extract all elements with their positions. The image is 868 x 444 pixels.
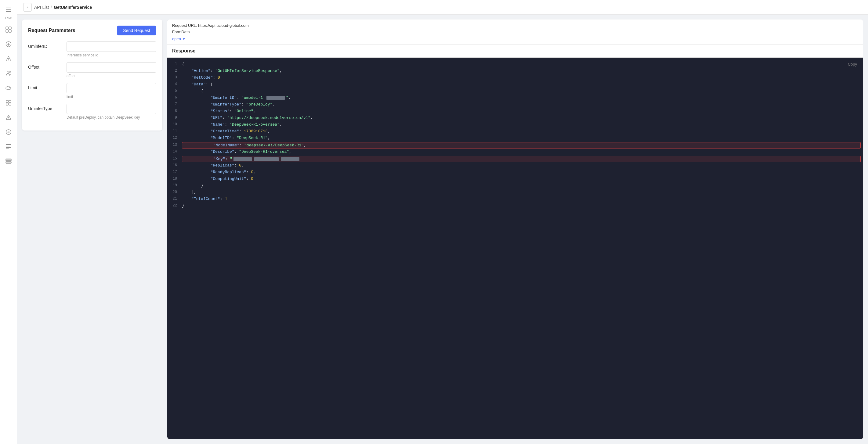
field-hint-uminfertype: Default preDeploy, can obtain DeepSeek K… <box>66 115 156 119</box>
response-title: Response <box>172 48 195 54</box>
sidebar-fave: Fave <box>2 4 14 20</box>
svg-point-13 <box>9 72 11 73</box>
code-line-10: 10 "Name": "DeepSeek-R1-oversea", <box>167 122 863 128</box>
open-section: open ▼ <box>172 37 858 44</box>
code-line-8: 8 "Status": "Online", <box>167 108 863 115</box>
blurred-key <box>234 157 252 161</box>
sidebar-item-table[interactable] <box>2 155 14 167</box>
svg-rect-26 <box>6 159 11 160</box>
svg-rect-15 <box>9 100 11 102</box>
field-label-uminferid: UminferID <box>28 41 62 49</box>
breadcrumb-link[interactable]: API List <box>34 5 49 10</box>
copy-button[interactable]: Copy <box>845 61 860 68</box>
request-card: Request Parameters Send Request UminferI… <box>22 20 162 131</box>
svg-rect-6 <box>9 30 11 32</box>
sidebar-item-alert[interactable] <box>2 53 14 65</box>
field-hint-limit: limit <box>66 95 156 99</box>
sidebar-item-number[interactable]: ① <box>2 126 14 138</box>
field-uminferid: UminferID Inference service id <box>28 41 156 57</box>
field-offset: Offset offset <box>28 62 156 78</box>
open-link[interactable]: open <box>172 37 181 41</box>
sidebar: Fave <box>0 0 17 444</box>
field-label-uminfertype: UminferType <box>28 104 62 111</box>
svg-text:①: ① <box>7 131 10 134</box>
svg-rect-3 <box>6 27 8 29</box>
request-url-section: Request URL: https://api.ucloud-global.c… <box>167 20 863 44</box>
svg-rect-22 <box>6 144 11 145</box>
svg-rect-4 <box>9 27 11 29</box>
blurred-uminferid <box>267 96 285 100</box>
code-line-2: 2 "Action": "GetUMInferServiceResponse", <box>167 68 863 75</box>
svg-point-11 <box>8 60 9 61</box>
back-icon: ‹ <box>27 5 28 9</box>
request-url-text: Request URL: https://api.ucloud-global.c… <box>172 23 858 28</box>
sidebar-item-warning[interactable] <box>2 111 14 124</box>
field-limit: Limit limit <box>28 83 156 99</box>
code-block: 1 { 2 "Action": "GetUMInferServiceRespon… <box>167 58 863 213</box>
svg-rect-14 <box>6 100 8 102</box>
input-limit[interactable] <box>66 83 156 93</box>
breadcrumb-separator: / <box>51 5 52 10</box>
code-line-11: 11 "CreateTime": 1738918713, <box>167 128 863 135</box>
svg-rect-16 <box>6 103 8 105</box>
svg-point-12 <box>7 72 9 73</box>
code-line-1: 1 { <box>167 61 863 68</box>
breadcrumb-current: GetUMInferService <box>54 5 92 10</box>
field-label-limit: Limit <box>28 83 62 90</box>
code-line-6: 6 "UminferID": "umodel-1 ", <box>167 95 863 102</box>
form-data-label: FormData <box>172 30 858 34</box>
sidebar-item-cloud[interactable] <box>2 82 14 94</box>
field-hint-offset: offset <box>66 74 156 78</box>
code-line-5: 5 { <box>167 88 863 95</box>
right-panel: Request URL: https://api.ucloud-global.c… <box>167 20 863 439</box>
left-panel: Request Parameters Send Request UminferI… <box>22 20 162 439</box>
sidebar-item-menu[interactable] <box>2 4 14 16</box>
field-hint-uminferid: Inference service id <box>66 53 156 57</box>
code-line-4: 4 "Data": [ <box>167 81 863 88</box>
input-offset[interactable] <box>66 62 156 73</box>
sidebar-item-users[interactable] <box>2 67 14 79</box>
svg-rect-28 <box>6 162 11 163</box>
code-line-12: 12 "ModelID": "DeepSeek-R1", <box>167 135 863 142</box>
svg-rect-25 <box>6 148 9 149</box>
svg-rect-2 <box>6 11 11 12</box>
response-section: Response <box>167 44 863 58</box>
field-uminfertype: UminferType Default preDeploy, can obtai… <box>28 104 156 119</box>
field-label-offset: Offset <box>28 62 62 70</box>
sidebar-item-add[interactable] <box>2 38 14 50</box>
topbar: ‹ API List / GetUMInferService <box>17 0 868 14</box>
svg-point-19 <box>8 118 9 119</box>
code-line-17: 17 "ReadyReplicas": 0, <box>167 169 863 176</box>
code-line-3: 3 "RetCode": 0, <box>167 75 863 81</box>
svg-rect-1 <box>6 9 11 10</box>
sidebar-item-grid[interactable] <box>2 97 14 109</box>
code-line-7: 7 "UminferType": "preDeploy", <box>167 102 863 108</box>
svg-rect-5 <box>6 30 8 32</box>
svg-rect-29 <box>6 164 11 164</box>
code-line-22: 22 } <box>167 203 863 209</box>
code-block-wrapper[interactable]: Copy 1 { 2 "Action": "GetUMInferServiceR… <box>167 58 863 439</box>
code-line-13: 13 "ModelName": "deepseek-ai/DeepSeek-R1… <box>167 142 863 149</box>
svg-rect-27 <box>6 161 11 161</box>
code-line-15: 15 "Key": " <box>167 156 863 163</box>
chevron-down-icon: ▼ <box>182 37 186 41</box>
back-button[interactable]: ‹ <box>23 3 32 11</box>
code-line-14: 14 "Describe": "DeepSeek-R1-oversea", <box>167 149 863 156</box>
blurred-key2 <box>254 157 279 161</box>
blurred-key3 <box>281 157 300 161</box>
sidebar-item-list[interactable] <box>2 141 14 153</box>
input-uminfertype[interactable] <box>66 104 156 114</box>
send-request-button[interactable]: Send Request <box>117 26 156 35</box>
code-line-18: 18 "ComputingUnit": 0 <box>167 176 863 183</box>
card-title: Request Parameters <box>28 28 75 33</box>
right-container: Request URL: https://api.ucloud-global.c… <box>167 20 863 439</box>
code-line-20: 20 ], <box>167 190 863 196</box>
code-line-16: 16 "Replicas": 0, <box>167 163 863 169</box>
card-header: Request Parameters Send Request <box>28 26 156 35</box>
content-body: Request Parameters Send Request UminferI… <box>17 14 868 444</box>
sidebar-item-dashboard[interactable] <box>2 24 14 36</box>
main-area: ‹ API List / GetUMInferService Request P… <box>17 0 868 444</box>
svg-rect-0 <box>6 8 11 8</box>
code-line-19: 19 } <box>167 183 863 190</box>
input-uminferid[interactable] <box>66 41 156 52</box>
